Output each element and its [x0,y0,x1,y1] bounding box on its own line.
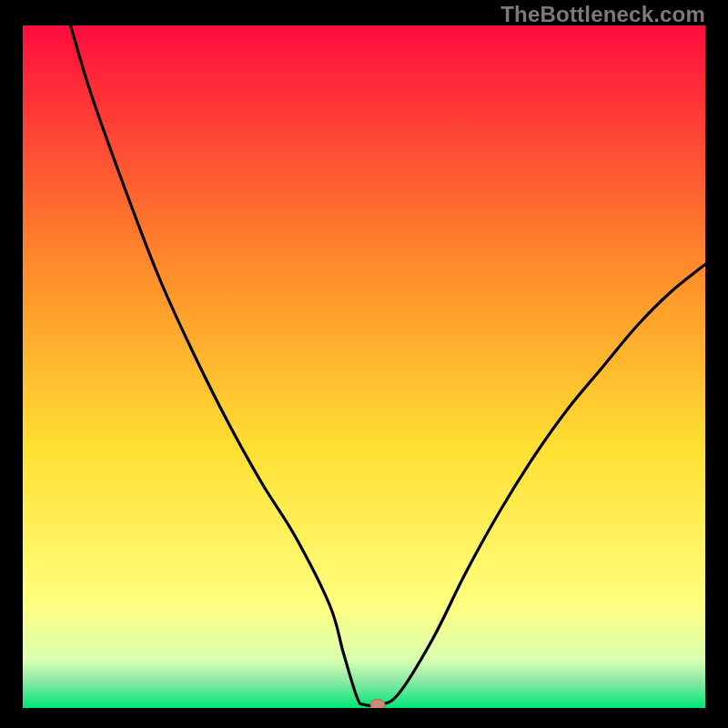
optimal-point-marker [370,699,385,708]
attribution-label: TheBottleneck.com [500,2,705,27]
chart-frame: TheBottleneck.com [0,0,728,728]
bottleneck-chart [23,25,705,708]
